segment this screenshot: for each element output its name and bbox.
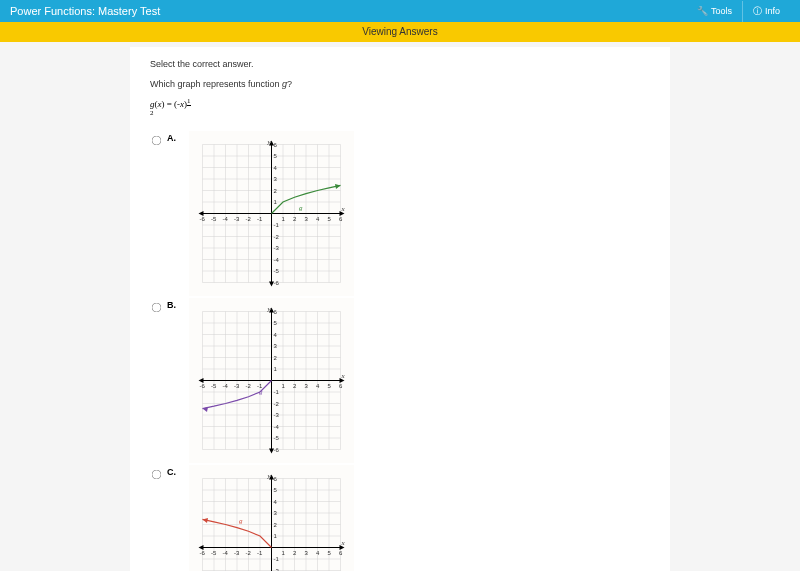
option-b-row: B. 1-11-12-22-23-33-34-44-45-55-56-66-6y… bbox=[150, 298, 650, 463]
svg-text:2: 2 bbox=[293, 216, 297, 222]
tools-label: Tools bbox=[711, 6, 732, 16]
g-label-b: g bbox=[259, 388, 263, 396]
svg-text:3: 3 bbox=[305, 550, 309, 556]
svg-text:-4: -4 bbox=[223, 550, 229, 556]
info-icon: ⓘ bbox=[753, 5, 762, 18]
instruction-text: Select the correct answer. bbox=[150, 59, 650, 69]
svg-text:3: 3 bbox=[305, 383, 309, 389]
wrench-icon: 🔧 bbox=[697, 6, 708, 16]
svg-text:-6: -6 bbox=[274, 447, 280, 453]
option-b-label: B. bbox=[167, 300, 181, 310]
info-label: Info bbox=[765, 6, 780, 16]
svg-text:-3: -3 bbox=[234, 383, 240, 389]
header-buttons: 🔧 Tools ⓘ Info bbox=[687, 1, 790, 22]
svg-text:-2: -2 bbox=[246, 216, 252, 222]
svg-text:-6: -6 bbox=[200, 383, 206, 389]
svg-text:-3: -3 bbox=[234, 550, 240, 556]
svg-text:-2: -2 bbox=[274, 401, 280, 407]
svg-text:-3: -3 bbox=[274, 412, 280, 418]
svg-text:-5: -5 bbox=[211, 216, 217, 222]
g-label-c: g bbox=[239, 517, 243, 525]
info-button[interactable]: ⓘ Info bbox=[742, 1, 790, 22]
formula-g: g bbox=[150, 99, 155, 109]
svg-text:-3: -3 bbox=[234, 216, 240, 222]
svg-text:5: 5 bbox=[328, 550, 332, 556]
svg-text:6: 6 bbox=[339, 550, 343, 556]
exp-num: 1 bbox=[187, 99, 191, 106]
svg-text:6: 6 bbox=[339, 216, 343, 222]
svg-text:-1: -1 bbox=[274, 389, 280, 395]
svg-text:-4: -4 bbox=[274, 257, 280, 263]
svg-text:1: 1 bbox=[282, 383, 286, 389]
svg-text:-6: -6 bbox=[200, 550, 206, 556]
status-text: Viewing Answers bbox=[362, 26, 437, 37]
svg-text:-5: -5 bbox=[274, 268, 280, 274]
graph-a: 1-11-12-22-23-33-34-44-45-55-56-66-6yx g bbox=[189, 131, 354, 296]
option-c-label: C. bbox=[167, 467, 181, 477]
svg-text:-2: -2 bbox=[246, 550, 252, 556]
option-c-radio[interactable] bbox=[152, 470, 162, 480]
svg-text:-2: -2 bbox=[274, 568, 280, 572]
svg-marker-176 bbox=[203, 518, 209, 523]
graph-c: 1-11-12-22-23-33-34-44-45-55-56-66-6yx g bbox=[189, 465, 354, 571]
svg-text:-4: -4 bbox=[223, 216, 229, 222]
svg-text:-5: -5 bbox=[211, 550, 217, 556]
svg-text:-6: -6 bbox=[200, 216, 206, 222]
exp-den: 2 bbox=[150, 109, 154, 117]
svg-text:3: 3 bbox=[305, 216, 309, 222]
svg-text:-5: -5 bbox=[274, 435, 280, 441]
svg-text:-1: -1 bbox=[274, 556, 280, 562]
question-prompt: Which graph represents function g? bbox=[150, 79, 650, 89]
svg-text:-2: -2 bbox=[274, 234, 280, 240]
svg-text:-1: -1 bbox=[257, 550, 263, 556]
option-a-row: A. 1-11-12-22-23-33-34-44-45-55-56-66-6y… bbox=[150, 131, 650, 296]
option-b-radio[interactable] bbox=[152, 303, 162, 313]
svg-text:-5: -5 bbox=[211, 383, 217, 389]
svg-text:5: 5 bbox=[328, 383, 332, 389]
svg-text:2: 2 bbox=[293, 383, 297, 389]
option-a-label: A. bbox=[167, 133, 181, 143]
prompt-suffix: ? bbox=[287, 79, 292, 89]
graph-b: 1-11-12-22-23-33-34-44-45-55-56-66-6yx g bbox=[189, 298, 354, 463]
app-header: Power Functions: Mastery Test 🔧 Tools ⓘ … bbox=[0, 0, 800, 22]
option-c-row: C. 1-11-12-22-23-33-34-44-45-55-56-66-6y… bbox=[150, 465, 650, 571]
formula-display: g(x) = (-x)12 bbox=[150, 97, 650, 121]
content-area: Select the correct answer. Which graph r… bbox=[130, 47, 670, 571]
svg-text:-4: -4 bbox=[223, 383, 229, 389]
prompt-prefix: Which graph represents function bbox=[150, 79, 282, 89]
svg-text:4: 4 bbox=[316, 550, 320, 556]
svg-text:x: x bbox=[341, 539, 346, 547]
svg-text:-6: -6 bbox=[274, 280, 280, 286]
svg-text:6: 6 bbox=[339, 383, 343, 389]
svg-text:4: 4 bbox=[316, 383, 320, 389]
page-title: Power Functions: Mastery Test bbox=[10, 5, 160, 17]
svg-marker-58 bbox=[335, 184, 341, 189]
svg-text:5: 5 bbox=[328, 216, 332, 222]
svg-text:1: 1 bbox=[282, 216, 286, 222]
svg-text:-4: -4 bbox=[274, 424, 280, 430]
svg-text:-1: -1 bbox=[257, 216, 263, 222]
option-a-radio[interactable] bbox=[152, 136, 162, 146]
svg-text:1: 1 bbox=[282, 550, 286, 556]
tools-button[interactable]: 🔧 Tools bbox=[687, 1, 742, 22]
svg-text:4: 4 bbox=[316, 216, 320, 222]
svg-text:-2: -2 bbox=[246, 383, 252, 389]
svg-text:-3: -3 bbox=[274, 245, 280, 251]
g-label-a: g bbox=[299, 204, 303, 212]
svg-text:2: 2 bbox=[293, 550, 297, 556]
svg-text:x: x bbox=[341, 205, 346, 213]
svg-text:x: x bbox=[341, 372, 346, 380]
svg-text:-1: -1 bbox=[274, 222, 280, 228]
status-bar: Viewing Answers bbox=[0, 22, 800, 42]
formula-eq: = bbox=[165, 99, 175, 109]
formula-x1: x bbox=[158, 99, 162, 109]
